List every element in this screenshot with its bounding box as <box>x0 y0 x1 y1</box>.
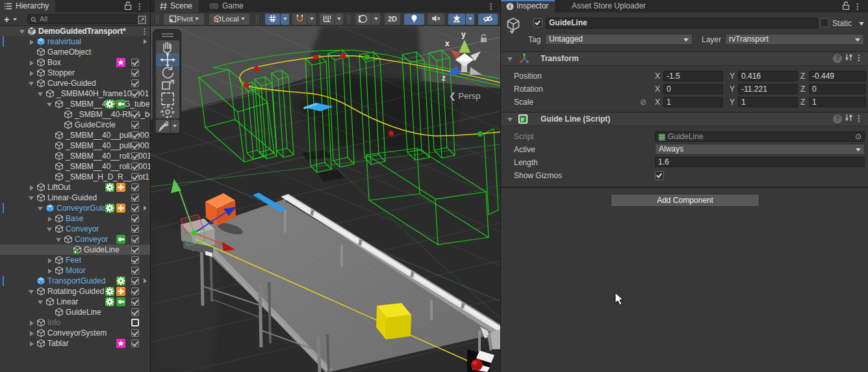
svg-text:❮ Persp: ❮ Persp <box>449 91 480 101</box>
svg-text:y: y <box>461 30 466 39</box>
svg-text:x: x <box>445 39 450 48</box>
svg-text:z: z <box>442 73 446 83</box>
svg-text:Y: Y <box>272 18 275 23</box>
svg-text:#: # <box>521 116 524 123</box>
